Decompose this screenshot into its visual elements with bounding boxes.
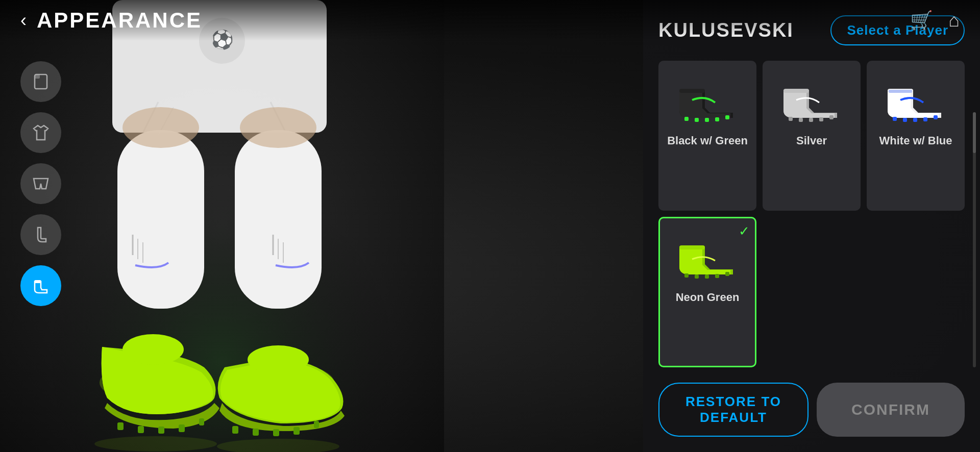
svg-rect-25	[179, 424, 185, 432]
svg-rect-64	[705, 274, 709, 279]
boot-image-neon-green	[667, 229, 748, 285]
svg-rect-62	[684, 273, 689, 278]
svg-rect-65	[715, 274, 719, 278]
sidebar-item-boots[interactable]	[20, 265, 61, 306]
page-title: APPEARANCE	[37, 8, 202, 33]
selected-checkmark: ✓	[739, 223, 750, 239]
boot-label-white-blue: White w/ Blue	[879, 134, 952, 147]
svg-rect-46	[715, 117, 719, 121]
svg-rect-61	[679, 245, 705, 249]
svg-rect-14	[235, 130, 322, 309]
sidebar-item-shorts[interactable]	[20, 163, 61, 204]
right-panel: KULUSEVSKI Select a Player Bla	[643, 0, 980, 452]
boot-image-silver	[771, 72, 852, 128]
boot-card-white-blue[interactable]: White w/ Blue	[867, 61, 965, 211]
player-visual-area: ⚽	[0, 0, 444, 452]
svg-rect-23	[138, 426, 144, 433]
topbar: ‹ APPEARANCE 🛒 ⌂	[0, 0, 980, 41]
boot-card-silver[interactable]: Silver	[763, 61, 861, 211]
player-legs-svg: ⚽	[0, 0, 444, 452]
sidebar-item-socks[interactable]	[20, 214, 61, 255]
svg-rect-42	[679, 89, 705, 93]
svg-rect-57	[903, 118, 907, 122]
bottom-buttons: RESTORE TO DEFAULT CONFIRM	[658, 372, 965, 452]
svg-rect-50	[799, 118, 803, 122]
sidebar-item-sleeve[interactable]	[20, 61, 61, 102]
svg-rect-40	[35, 74, 40, 79]
svg-rect-30	[253, 429, 259, 436]
svg-rect-51	[809, 118, 813, 122]
svg-rect-53	[829, 115, 834, 119]
svg-rect-48	[783, 89, 809, 93]
svg-rect-45	[705, 118, 709, 122]
svg-point-27	[122, 334, 184, 365]
svg-rect-52	[819, 117, 823, 121]
boots-grid: Black w/ Green Silver	[658, 61, 965, 372]
svg-rect-43	[684, 117, 689, 121]
svg-rect-58	[913, 118, 917, 122]
boot-card-black-green[interactable]: Black w/ Green	[658, 61, 756, 211]
topbar-icons: 🛒 ⌂	[910, 10, 960, 31]
boot-label-black-green: Black w/ Green	[667, 134, 748, 147]
boot-card-neon-green[interactable]: ✓ Neon Green	[658, 217, 756, 368]
svg-rect-33	[314, 421, 319, 428]
svg-rect-47	[725, 115, 729, 119]
svg-rect-55	[889, 90, 912, 93]
scrollbar-track	[973, 112, 976, 367]
sidebar	[20, 61, 61, 306]
svg-rect-13	[117, 130, 204, 309]
home-icon[interactable]: ⌂	[948, 10, 960, 31]
svg-point-38	[240, 107, 316, 148]
boot-image-white-blue	[875, 72, 957, 128]
svg-rect-29	[232, 426, 238, 434]
back-button[interactable]: ‹	[20, 10, 27, 31]
boot-label-silver: Silver	[796, 134, 827, 147]
confirm-button[interactable]: CONFIRM	[817, 383, 965, 437]
svg-rect-60	[934, 115, 938, 119]
svg-rect-63	[695, 274, 699, 279]
svg-point-34	[248, 345, 309, 374]
svg-rect-49	[789, 117, 793, 121]
svg-point-37	[122, 107, 199, 148]
svg-rect-59	[923, 117, 927, 121]
svg-point-35	[94, 436, 217, 451]
restore-default-button[interactable]: RESTORE TO DEFAULT	[658, 383, 808, 437]
cart-icon[interactable]: 🛒	[910, 10, 933, 31]
boot-label-neon-green: Neon Green	[676, 291, 740, 304]
sidebar-item-shirt[interactable]	[20, 112, 61, 153]
svg-rect-32	[293, 427, 300, 435]
svg-rect-56	[893, 117, 897, 121]
svg-rect-66	[725, 272, 729, 276]
svg-rect-31	[273, 429, 279, 436]
boot-image-black-green	[667, 72, 748, 128]
svg-rect-26	[199, 418, 204, 425]
svg-rect-44	[695, 118, 699, 122]
svg-rect-24	[158, 426, 164, 434]
scrollbar-thumb[interactable]	[973, 112, 976, 153]
svg-rect-22	[117, 422, 124, 430]
